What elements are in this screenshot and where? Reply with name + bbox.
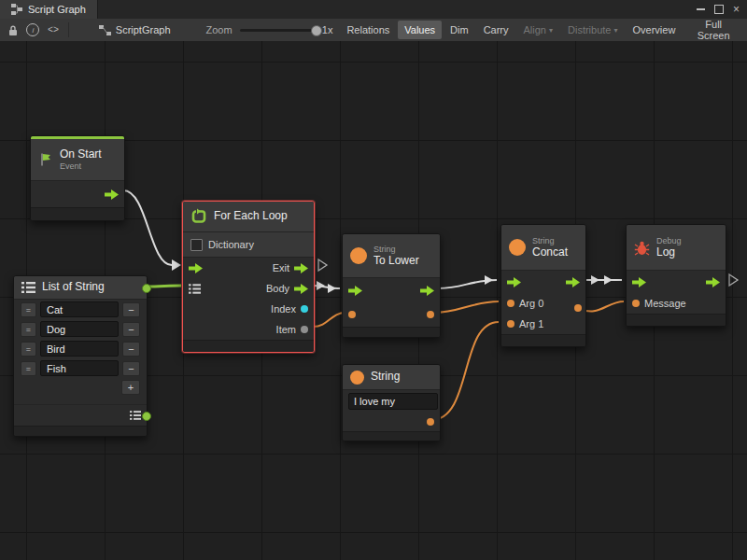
- node-title: Log: [656, 246, 682, 259]
- zoom-slider-knob[interactable]: [311, 25, 322, 36]
- wire-string-to-arg1[interactable]: [431, 322, 499, 420]
- drag-handle-icon[interactable]: =: [21, 342, 36, 357]
- node-debug-log[interactable]: Debug Log Message: [626, 224, 726, 327]
- flow-output-port[interactable]: [706, 277, 720, 287]
- node-concat[interactable]: String Concat Arg 0: [500, 224, 586, 347]
- close-icon[interactable]: ×: [733, 4, 740, 15]
- tab-title: Script Graph: [28, 4, 86, 15]
- string-output-port[interactable]: [574, 304, 582, 312]
- list-output-port[interactable]: [142, 412, 151, 421]
- flow-input-port[interactable]: [189, 263, 203, 273]
- align-button[interactable]: Align ▾: [517, 21, 559, 39]
- wire-arrow-icon: [604, 275, 613, 285]
- wire-item-to-tolower[interactable]: [313, 313, 345, 327]
- node-to-lower[interactable]: String To Lower: [342, 233, 441, 338]
- chevron-down-icon: ▾: [613, 26, 617, 35]
- zoom-value: 1x: [322, 24, 333, 35]
- node-string-literal[interactable]: String: [342, 364, 441, 441]
- node-title: For Each Loop: [214, 210, 288, 223]
- fullscreen-button[interactable]: Full Screen: [684, 21, 743, 39]
- string-output-port[interactable]: [427, 418, 434, 426]
- relations-button[interactable]: Relations: [340, 21, 396, 39]
- node-header: On Start Event: [31, 136, 124, 181]
- flow-input-port[interactable]: [348, 286, 362, 296]
- item-output-port[interactable]: [301, 326, 308, 333]
- list-item-value[interactable]: Cat: [40, 301, 119, 317]
- log-out-port-arrow-icon[interactable]: [729, 274, 738, 286]
- dictionary-checkbox[interactable]: [190, 239, 203, 251]
- wire-onstart-to-foreach[interactable]: [123, 190, 172, 265]
- node-title: On Start: [60, 148, 102, 161]
- node-on-start[interactable]: On Start Event: [30, 135, 125, 221]
- list-output-port[interactable]: [142, 284, 151, 293]
- node-header: String To Lower: [343, 234, 440, 278]
- body-output-port[interactable]: [294, 284, 308, 294]
- titlebar: Script Graph ×: [0, 0, 747, 20]
- node-subtitle: String: [532, 236, 568, 246]
- node-header: Debug Log: [627, 225, 726, 271]
- drag-handle-icon[interactable]: =: [21, 361, 36, 376]
- string-input-port[interactable]: [348, 311, 356, 318]
- arg1-input-port[interactable]: [507, 320, 514, 328]
- node-subtitle: String: [374, 245, 419, 255]
- lock-icon: [7, 24, 19, 36]
- flow-input-port[interactable]: [632, 277, 646, 287]
- remove-item-button[interactable]: −: [122, 322, 140, 337]
- graph-canvas[interactable]: On Start Event: [0, 41, 747, 560]
- string-value-input[interactable]: [348, 393, 438, 410]
- values-button[interactable]: Values: [398, 21, 442, 39]
- graph-name: ScriptGraph: [99, 24, 171, 35]
- list-item-value[interactable]: Bird: [40, 341, 119, 357]
- port-label-exit: Exit: [273, 262, 289, 273]
- remove-item-button[interactable]: −: [122, 302, 140, 317]
- distribute-label: Distribute: [568, 24, 611, 35]
- string-output-port[interactable]: [427, 311, 434, 318]
- list-item-value[interactable]: Fish: [40, 360, 119, 376]
- loop-icon: [190, 208, 207, 225]
- zoom-slider[interactable]: [240, 21, 317, 39]
- maximize-icon[interactable]: [714, 5, 724, 14]
- collection-input-port[interactable]: [189, 284, 201, 294]
- lock-button[interactable]: [4, 21, 22, 39]
- remove-item-button[interactable]: −: [122, 342, 140, 357]
- node-list-of-string[interactable]: List of String = Cat − = Dog − = Bird −: [13, 275, 148, 437]
- arg0-input-port[interactable]: [507, 300, 514, 307]
- string-type-icon: [509, 239, 526, 256]
- node-for-each-loop[interactable]: For Each Loop Dictionary Exit: [182, 201, 315, 353]
- list-output-icon[interactable]: [130, 411, 141, 420]
- flow-output-port[interactable]: [105, 189, 119, 200]
- exit-output-port[interactable]: [294, 263, 308, 273]
- add-item-button[interactable]: +: [121, 380, 140, 395]
- node-title: String: [371, 371, 400, 384]
- dictionary-label: Dictionary: [208, 239, 254, 250]
- node-header: String Concat: [501, 225, 585, 271]
- node-title: Concat: [532, 246, 568, 259]
- dim-button[interactable]: Dim: [444, 21, 475, 39]
- index-output-port[interactable]: [301, 305, 308, 313]
- list-item-row: = Cat −: [14, 300, 147, 319]
- string-type-icon: [350, 247, 367, 264]
- flow-output-port[interactable]: [566, 277, 580, 287]
- flow-input-port[interactable]: [507, 277, 521, 287]
- info-button[interactable]: i: [24, 21, 43, 39]
- wire-tolower-to-arg0[interactable]: [433, 301, 499, 313]
- wire-list-to-foreach[interactable]: [147, 286, 181, 287]
- drag-handle-icon[interactable]: =: [21, 322, 36, 337]
- remove-item-button[interactable]: −: [122, 361, 140, 376]
- zoom-label: Zoom: [206, 24, 233, 35]
- exit-port-arrow-icon[interactable]: [318, 259, 327, 271]
- drag-handle-icon[interactable]: =: [21, 302, 36, 317]
- code-button[interactable]: <>: [44, 21, 63, 39]
- message-input-port[interactable]: [632, 300, 640, 307]
- carry-button[interactable]: Carry: [477, 21, 515, 39]
- graph-icon: [11, 4, 22, 15]
- tab-script-graph[interactable]: Script Graph: [0, 0, 98, 19]
- code-icon: <>: [48, 25, 59, 35]
- list-item-value[interactable]: Dog: [40, 321, 119, 337]
- zoom-slider-track[interactable]: [240, 29, 317, 32]
- flow-output-port[interactable]: [420, 286, 434, 296]
- distribute-button[interactable]: Distribute ▾: [561, 21, 624, 39]
- minimize-icon[interactable]: [697, 8, 705, 10]
- overview-button[interactable]: Overview: [627, 21, 683, 39]
- list-icon: [21, 282, 35, 293]
